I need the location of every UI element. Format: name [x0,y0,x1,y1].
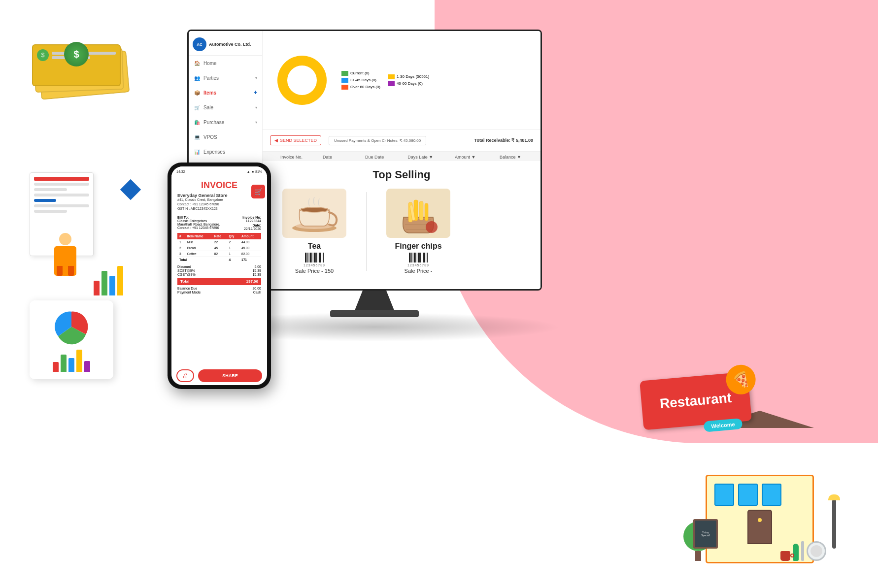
svg-point-15 [426,221,438,233]
discount-value: 5.00 [254,265,261,268]
bill-to-info: Bill To: Classic Enterprises Marathalli … [177,216,220,230]
phone: 14:32 ▲ ■ 81% INVOICE 🛒 Everyday General… [168,163,276,399]
total-receivable-text: Total Receivable: ₹ 5,481.00 [474,138,533,143]
sidebar-item-parties[interactable]: 👥 Parties ▾ [189,70,262,85]
finger-chips-sale-price: Sale Price - [376,268,460,274]
app-topbar: ◀ SEND SELECTED Unused Payments & Open C… [263,130,540,152]
discount-label: Discount [177,265,191,268]
final-total-label: Total [180,279,190,284]
items-divider [366,192,367,271]
phone-screen: 14:32 ▲ ■ 81% INVOICE 🛒 Everyday General… [171,166,267,385]
item-row-coffee: 3 Coffee 82 1 82.00 [177,251,261,257]
restaurant-text: Restaurant [659,391,732,411]
bill-to-contact: Contact : +91 12345 67890 [177,226,220,229]
sidebar-label-vpos: VPOS [203,134,217,140]
item-amount-milk: 44.00 [239,239,261,245]
item-rate-bread: 45 [212,245,227,251]
sidebar-item-sale[interactable]: 🛒 Sale ▾ [189,100,262,115]
share-button[interactable]: SHARE [198,369,262,382]
legend-over60: Over 60 Days (0) [350,85,380,89]
chalkboard-text: TodaySpecial! [701,531,710,537]
restaurant-banner: Restaurant 🍕 Welcome [640,372,752,430]
sidebar-item-purchase[interactable]: 🛍️ Purchase ▾ [189,115,262,130]
finger-chips-barcode-number: 123456789 [376,263,460,267]
item-name-coffee: Coffee [185,251,212,257]
cgst-label: CGST@9% [177,273,196,276]
sidebar-label-purchase: Purchase [203,120,224,125]
lamp-post [832,499,836,549]
sidebar-label-expenses: Expenses [203,149,225,155]
send-selected-label: SEND SELECTED [280,138,317,143]
sidebar-label-sale: Sale [203,105,213,110]
cgst-row: CGST@9% 15.39 [177,273,261,276]
cash-illustration: $ $ [30,39,138,113]
invoice-title: INVOICE [177,180,261,191]
window-2 [738,484,758,506]
item-num-1: 1 [177,239,185,245]
tea-cup-svg [287,193,341,234]
items-plus-icon[interactable]: + [254,89,257,96]
item-num-2: 2 [177,245,185,251]
final-total-value: 197.00 [246,279,258,284]
finger-chips-barcode-lines [376,253,460,262]
phone-status-icons: ▲ ■ 81% [247,170,262,173]
print-button[interactable]: 🖨 [176,369,194,382]
sidebar-item-expenses[interactable]: 📊 Expenses [189,144,262,159]
legend-31-45: 31-45 Days (0) [350,78,376,82]
chart-legend: Current (0) 31-45 Days (0) Over 60 Days … [341,71,380,90]
invoice-illustration [30,172,128,271]
window-3 [762,484,781,506]
tea-name: Tea [272,242,356,251]
store-contact: Contact : +91 12345 67890 [177,202,261,206]
item-num-3: 3 [177,251,185,257]
top-selling-title: Top Selling [272,168,531,181]
top-item-tea: Tea 123456789 Sale Price - 150 [272,189,356,274]
bill-to-name: Classic Enterprises [177,219,220,223]
col-rate: Rate [212,233,227,239]
sidebar-label-home: Home [203,61,217,66]
restaurant-illustration: Restaurant 🍕 Welcome [642,376,839,563]
phone-time: 14:32 [176,170,185,173]
app-main-content: Current (0) 31-45 Days (0) Over 60 Days … [263,31,540,289]
building-door [747,510,772,544]
payment-mode-value: Cash [253,291,261,294]
diamond-icon [120,179,141,200]
item-rate-milk: 22 [212,239,227,245]
store-address: #41, Classic Crest, Bangalore [177,198,261,201]
phone-action-buttons: 🖨 SHARE [171,366,267,385]
col-num: # [177,233,185,239]
items-table-header: # Item Name Rate Qty Amount [177,233,261,239]
sidebar-item-home[interactable]: 🏠 Home [189,56,262,70]
scst-row: SCST@9% 15.39 [177,269,261,272]
send-selected-button[interactable]: ◀ SEND SELECTED [270,135,321,145]
bill-to-label: Bill To: [177,216,220,219]
total-amount: 171 [239,257,261,263]
unused-payments-info: Unused Payments & Open Cr Notes: ₹-45,08… [329,136,426,145]
top-selling-section: Top Selling [263,161,540,289]
invoice-no-value: 11223344 [242,219,261,223]
lamp-top [828,494,840,500]
discount-row: Discount 5.00 [177,265,261,268]
final-total-row: Total 197.00 [177,278,261,285]
fork-icon [801,541,804,561]
col-qty: Qty [227,233,239,239]
items-icon: 📦 [194,89,201,96]
item-name-bread: Bread [185,245,212,251]
top-item-finger-chips: Finger chips 123456789 Sale Price - [376,189,460,274]
parties-icon: 👥 [194,74,201,81]
payment-mode-row: Payment Mode Cash [177,291,261,294]
items-table: # Item Name Rate Qty Amount 1 Milk 22 2 [177,233,261,262]
item-qty-bread: 1 [227,245,239,251]
phone-status-bar: 14:32 ▲ ■ 81% [171,166,267,176]
cup-icon [780,551,790,561]
total-blank [212,257,227,263]
sidebar-label-parties: Parties [203,75,219,81]
item-amount-bread: 45.00 [239,245,261,251]
company-logo: AC [193,37,206,51]
dining-items [780,541,826,561]
sidebar-item-vpos[interactable]: 💻 VPOS [189,130,262,144]
sidebar-item-items[interactable]: 📦 Items + [189,85,262,100]
print-icon: 🖨 [182,372,188,379]
fries-svg [391,193,445,234]
purchase-icon: 🛍️ [194,119,201,126]
